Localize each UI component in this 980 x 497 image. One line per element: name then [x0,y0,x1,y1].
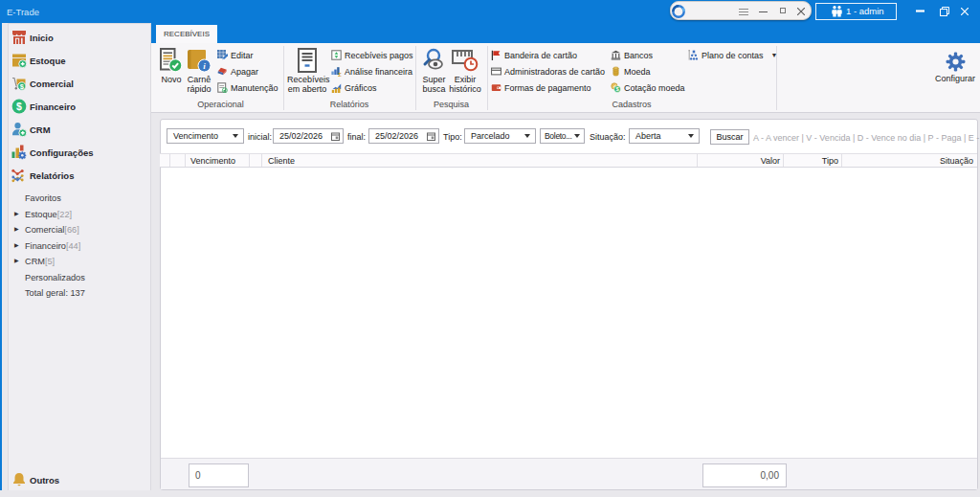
svg-text:$: $ [16,101,22,112]
svg-text:Σ: Σ [338,72,342,77]
